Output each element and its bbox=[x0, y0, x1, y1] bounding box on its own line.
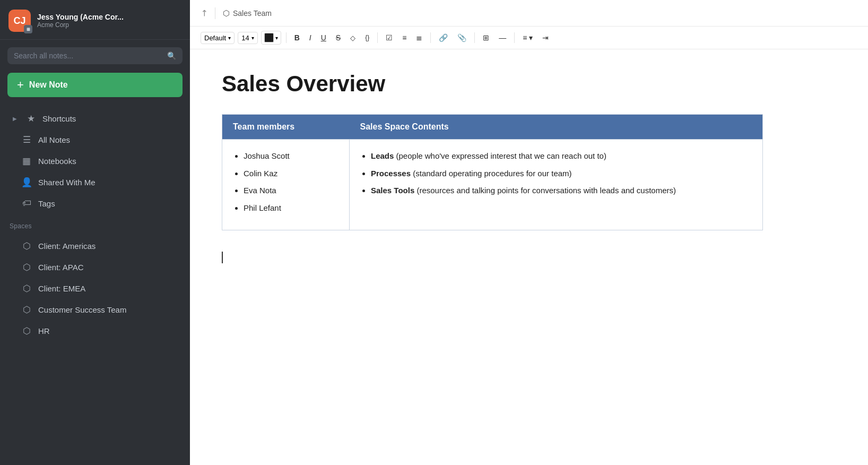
editor-area[interactable]: Sales Overview Team members Sales Space … bbox=[190, 49, 868, 465]
sidebar-item-hr[interactable]: ⬡ HR bbox=[3, 321, 187, 341]
toolbar-separator bbox=[286, 32, 287, 43]
link-button[interactable]: 🔗 bbox=[436, 31, 451, 44]
cursor-line bbox=[222, 246, 836, 265]
notebooks-icon: ▦ bbox=[21, 156, 32, 167]
list-item: Sales Tools (resources and talking point… bbox=[371, 185, 752, 197]
contents-list: Leads (people who've expressed interest … bbox=[360, 150, 752, 197]
contents-cell: Leads (people who've expressed interest … bbox=[350, 140, 763, 230]
list-item: Phil Lefant bbox=[244, 202, 338, 214]
indent-button[interactable]: ⇥ bbox=[539, 31, 552, 44]
toolbar-separator bbox=[430, 32, 431, 43]
sidebar-nav: ▶ ★ Shortcuts ☰ All Notes ▦ Notebooks 👤 … bbox=[0, 106, 190, 216]
search-icon: 🔍 bbox=[167, 51, 176, 60]
space-label: Client: EMEA bbox=[38, 284, 85, 293]
chevron-down-icon: ▾ bbox=[251, 35, 254, 41]
space-label: Customer Success Team bbox=[38, 305, 126, 314]
bold-button[interactable]: B bbox=[291, 31, 303, 44]
content-term-0: Leads bbox=[371, 151, 394, 160]
content-desc-2: (resources and talking points for conver… bbox=[416, 186, 676, 195]
space-cube-icon: ⬡ bbox=[223, 8, 230, 18]
notebooks-label: Notebooks bbox=[38, 157, 76, 166]
document-title: Sales Overview bbox=[222, 71, 836, 97]
tags-label: Tags bbox=[38, 199, 55, 208]
highlight-button[interactable]: ◇ bbox=[347, 32, 359, 44]
new-note-button[interactable]: + New Note bbox=[7, 73, 183, 97]
shared-label: Shared With Me bbox=[38, 178, 96, 187]
divider bbox=[215, 7, 215, 19]
sidebar: CJ ⊞ Jess Young (Acme Cor... Acme Corp 🔍… bbox=[0, 0, 190, 465]
table-button[interactable]: ⊞ bbox=[480, 31, 492, 44]
all-notes-label: All Notes bbox=[38, 135, 70, 144]
main-content: ↗ ⬡ Sales Team Default ▾ 14 ▾ ▾ B I U S … bbox=[190, 0, 868, 465]
font-size-select[interactable]: 14 ▾ bbox=[238, 32, 257, 44]
shortcuts-label: Shortcuts bbox=[42, 114, 76, 123]
strikethrough-button[interactable]: S bbox=[333, 31, 344, 44]
sidebar-item-client-emea[interactable]: ⬡ Client: EMEA bbox=[3, 278, 187, 299]
list-item: Processes (standard operating procedures… bbox=[371, 168, 752, 180]
space-cube-icon: ⬡ bbox=[21, 283, 32, 294]
content-desc-0: (people who've expressed interest that w… bbox=[396, 151, 606, 160]
space-cube-icon: ⬡ bbox=[21, 240, 32, 252]
toolbar-separator bbox=[377, 32, 378, 43]
editor-toolbar: Default ▾ 14 ▾ ▾ B I U S ◇ {} ☑ ≡ ≣ 🔗 📎 … bbox=[190, 27, 868, 49]
plus-icon: + bbox=[17, 78, 24, 92]
code-button[interactable]: {} bbox=[362, 32, 372, 44]
spaces-section-header: Spaces bbox=[0, 216, 190, 233]
content-term-2: Sales Tools bbox=[371, 186, 414, 195]
shortcuts-icon: ★ bbox=[25, 113, 36, 124]
attachment-button[interactable]: 📎 bbox=[454, 31, 470, 44]
team-members-list: Joshua Scott Colin Kaz Eva Nota Phil Lef… bbox=[233, 150, 338, 214]
search-input[interactable] bbox=[14, 51, 163, 60]
search-bar: 🔍 bbox=[7, 47, 183, 64]
sidebar-item-client-apac[interactable]: ⬡ Client: APAC bbox=[3, 257, 187, 278]
shared-icon: 👤 bbox=[21, 177, 32, 188]
underline-button[interactable]: U bbox=[318, 31, 329, 44]
list-item: Colin Kaz bbox=[244, 168, 338, 180]
all-notes-icon: ☰ bbox=[21, 134, 32, 145]
breadcrumb: ⬡ Sales Team bbox=[223, 8, 272, 18]
user-info: Jess Young (Acme Cor... Acme Corp bbox=[37, 13, 124, 29]
align-button[interactable]: ≡ ▾ bbox=[519, 31, 536, 44]
font-family-select[interactable]: Default ▾ bbox=[201, 32, 235, 44]
space-label: HR bbox=[38, 326, 50, 335]
space-label: Client: APAC bbox=[38, 263, 84, 272]
back-icon[interactable]: ↗ bbox=[198, 7, 210, 19]
space-cube-icon: ⬡ bbox=[21, 262, 32, 273]
chevron-down-icon: ▾ bbox=[228, 35, 231, 41]
toolbar-separator bbox=[474, 32, 475, 43]
table-header-team: Team members bbox=[222, 115, 350, 140]
list-item: Leads (people who've expressed interest … bbox=[371, 150, 752, 162]
bullet-list-button[interactable]: ≡ bbox=[399, 31, 410, 44]
toolbar-separator bbox=[514, 32, 515, 43]
avatar: CJ ⊞ bbox=[8, 10, 31, 32]
chevron-down-icon: ▾ bbox=[275, 35, 278, 41]
team-members-cell: Joshua Scott Colin Kaz Eva Nota Phil Lef… bbox=[222, 140, 350, 230]
space-cube-icon: ⬡ bbox=[21, 325, 32, 337]
ordered-list-button[interactable]: ≣ bbox=[413, 31, 426, 44]
divider-button[interactable]: — bbox=[496, 31, 509, 44]
list-item: Joshua Scott bbox=[244, 150, 338, 162]
content-table: Team members Sales Space Contents Joshua… bbox=[222, 114, 763, 230]
font-size-value: 14 bbox=[241, 34, 249, 42]
sidebar-item-all-notes[interactable]: ☰ All Notes bbox=[3, 130, 187, 150]
avatar-badge: ⊞ bbox=[24, 25, 32, 33]
table-header-contents: Sales Space Contents bbox=[350, 115, 763, 140]
color-swatch bbox=[264, 33, 274, 42]
sidebar-item-shared-with-me[interactable]: 👤 Shared With Me bbox=[3, 172, 187, 193]
content-desc-1: (standard operating procedures for our t… bbox=[413, 169, 571, 178]
font-family-value: Default bbox=[204, 34, 226, 42]
breadcrumb-space-name: Sales Team bbox=[233, 9, 272, 18]
sidebar-item-customer-success[interactable]: ⬡ Customer Success Team bbox=[3, 299, 187, 320]
sidebar-item-client-americas[interactable]: ⬡ Client: Americas bbox=[3, 236, 187, 256]
sidebar-item-shortcuts[interactable]: ▶ ★ Shortcuts bbox=[3, 108, 187, 129]
new-note-label: New Note bbox=[29, 80, 68, 90]
text-color-button[interactable]: ▾ bbox=[261, 31, 281, 45]
sidebar-item-tags[interactable]: 🏷 Tags bbox=[3, 193, 187, 213]
org-name: Acme Corp bbox=[37, 21, 124, 29]
space-cube-icon: ⬡ bbox=[21, 304, 32, 315]
checkbox-button[interactable]: ☑ bbox=[383, 31, 396, 44]
italic-button[interactable]: I bbox=[306, 31, 315, 44]
username: Jess Young (Acme Cor... bbox=[37, 13, 124, 21]
sidebar-item-notebooks[interactable]: ▦ Notebooks bbox=[3, 151, 187, 171]
chevron-icon: ▶ bbox=[13, 116, 17, 122]
